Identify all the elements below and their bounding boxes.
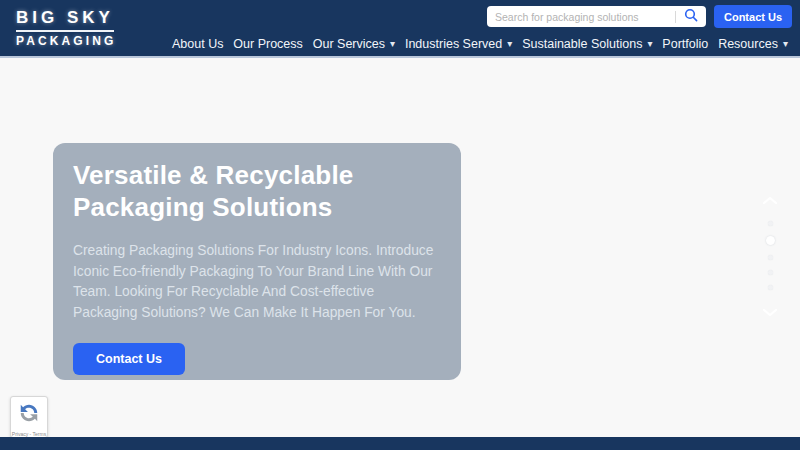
search-input[interactable] — [487, 11, 675, 23]
site-header: BIG SKY PACKAGING Contact Us About Us — [0, 0, 800, 58]
carousel-dot[interactable] — [768, 285, 773, 290]
nav-label: Sustainable Solutions — [522, 37, 642, 51]
nav-item-our-services[interactable]: Our Services ▾ — [313, 37, 395, 51]
nav-label: About Us — [172, 37, 223, 51]
nav-label: Our Services — [313, 37, 385, 51]
nav-item-our-process[interactable]: Our Process — [233, 37, 302, 51]
nav-item-resources[interactable]: Resources ▾ — [718, 37, 788, 51]
chevron-down-icon: ▾ — [507, 39, 512, 49]
chevron-down-icon: ▾ — [390, 39, 395, 49]
carousel-dot-active[interactable] — [766, 236, 775, 245]
footer-bar — [0, 437, 800, 450]
search-icon — [684, 8, 698, 25]
hero-section: Versatile & Recyclable Packaging Solutio… — [0, 60, 800, 437]
recaptcha-icon — [17, 401, 41, 429]
search-bar — [487, 6, 706, 27]
nav-item-about-us[interactable]: About Us — [172, 37, 223, 51]
chevron-down-icon: ▾ — [783, 39, 788, 49]
carousel-dot[interactable] — [768, 270, 773, 275]
carousel-next-chevron-down-icon[interactable] — [762, 304, 778, 319]
logo-text-packaging: PACKAGING — [16, 34, 116, 48]
page: BIG SKY PACKAGING Contact Us About Us — [0, 0, 800, 450]
carousel-controls — [758, 192, 782, 319]
carousel-dot[interactable] — [768, 221, 773, 226]
logo[interactable]: BIG SKY PACKAGING — [16, 8, 116, 48]
carousel-prev-chevron-up-icon[interactable] — [762, 192, 778, 207]
nav-item-industries-served[interactable]: Industries Served ▾ — [405, 37, 512, 51]
recaptcha-badge[interactable]: Privacy - Terms — [10, 396, 48, 438]
nav-item-portfolio[interactable]: Portfolio — [662, 37, 708, 51]
hero-description: Creating Packaging Solutions For Industr… — [73, 241, 435, 323]
nav-label: Industries Served — [405, 37, 502, 51]
carousel-dot[interactable] — [768, 255, 773, 260]
header-contact-us-button[interactable]: Contact Us — [714, 5, 792, 28]
chevron-down-icon: ▾ — [647, 39, 652, 49]
logo-text-big-sky: BIG SKY — [16, 8, 114, 32]
nav-label: Resources — [718, 37, 778, 51]
hero-contact-us-button[interactable]: Contact Us — [73, 343, 185, 375]
nav-item-sustainable-solutions[interactable]: Sustainable Solutions ▾ — [522, 37, 652, 51]
hero-card: Versatile & Recyclable Packaging Solutio… — [53, 143, 461, 380]
nav-label: Our Process — [233, 37, 302, 51]
hero-title: Versatile & Recyclable Packaging Solutio… — [73, 159, 403, 223]
main-navigation: About Us Our Process Our Services ▾ Indu… — [172, 34, 788, 54]
search-button[interactable] — [676, 6, 706, 27]
nav-label: Portfolio — [662, 37, 708, 51]
